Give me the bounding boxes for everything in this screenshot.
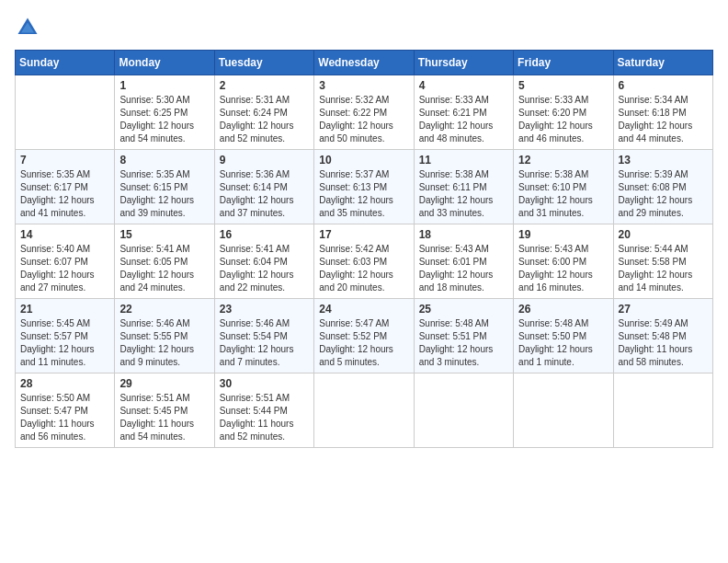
- calendar-cell: 21Sunrise: 5:45 AM Sunset: 5:57 PM Dayli…: [16, 299, 115, 373]
- day-number: 8: [119, 154, 209, 167]
- day-number: 7: [20, 154, 109, 167]
- calendar-cell: 30Sunrise: 5:51 AM Sunset: 5:44 PM Dayli…: [214, 373, 313, 448]
- calendar-cell: 15Sunrise: 5:41 AM Sunset: 6:05 PM Dayli…: [115, 224, 214, 299]
- day-info: Sunrise: 5:37 AM Sunset: 6:13 PM Dayligh…: [319, 168, 408, 220]
- day-info: Sunrise: 5:40 AM Sunset: 6:07 PM Dayligh…: [20, 243, 109, 294]
- day-number: 11: [419, 154, 508, 167]
- calendar-cell: 26Sunrise: 5:48 AM Sunset: 5:50 PM Dayli…: [514, 299, 613, 373]
- calendar-cell: 4Sunrise: 5:33 AM Sunset: 6:21 PM Daylig…: [414, 75, 513, 150]
- day-info: Sunrise: 5:38 AM Sunset: 6:10 PM Dayligh…: [518, 168, 608, 220]
- calendar-cell: 7Sunrise: 5:35 AM Sunset: 6:17 PM Daylig…: [16, 150, 115, 224]
- day-number: 12: [518, 154, 608, 167]
- calendar-cell: 23Sunrise: 5:46 AM Sunset: 5:54 PM Dayli…: [214, 299, 313, 373]
- calendar-cell: 12Sunrise: 5:38 AM Sunset: 6:10 PM Dayli…: [514, 150, 613, 224]
- calendar-cell: 20Sunrise: 5:44 AM Sunset: 5:58 PM Dayli…: [613, 224, 712, 299]
- day-number: 18: [419, 228, 508, 241]
- day-number: 30: [220, 377, 309, 390]
- calendar-cell: 8Sunrise: 5:35 AM Sunset: 6:15 PM Daylig…: [115, 150, 214, 224]
- day-number: 16: [220, 228, 309, 241]
- day-info: Sunrise: 5:30 AM Sunset: 6:25 PM Dayligh…: [119, 94, 209, 145]
- day-number: 9: [220, 154, 309, 167]
- calendar-week-row: 14Sunrise: 5:40 AM Sunset: 6:07 PM Dayli…: [16, 224, 713, 299]
- calendar-cell: [414, 373, 513, 448]
- calendar-week-row: 1Sunrise: 5:30 AM Sunset: 6:25 PM Daylig…: [16, 75, 713, 150]
- calendar-cell: 16Sunrise: 5:41 AM Sunset: 6:04 PM Dayli…: [214, 224, 313, 299]
- day-of-week-header: Thursday: [414, 51, 513, 75]
- day-info: Sunrise: 5:34 AM Sunset: 6:18 PM Dayligh…: [619, 94, 708, 145]
- day-info: Sunrise: 5:36 AM Sunset: 6:14 PM Dayligh…: [220, 168, 309, 220]
- day-info: Sunrise: 5:45 AM Sunset: 5:57 PM Dayligh…: [20, 317, 109, 369]
- day-info: Sunrise: 5:48 AM Sunset: 5:51 PM Dayligh…: [419, 317, 508, 369]
- calendar-table: SundayMondayTuesdayWednesdayThursdayFrid…: [15, 50, 713, 448]
- day-number: 27: [619, 303, 708, 316]
- day-info: Sunrise: 5:35 AM Sunset: 6:15 PM Dayligh…: [119, 168, 209, 220]
- day-info: Sunrise: 5:32 AM Sunset: 6:22 PM Dayligh…: [319, 94, 408, 145]
- calendar-cell: 22Sunrise: 5:46 AM Sunset: 5:55 PM Dayli…: [115, 299, 214, 373]
- calendar-week-row: 28Sunrise: 5:50 AM Sunset: 5:47 PM Dayli…: [16, 373, 713, 448]
- day-info: Sunrise: 5:43 AM Sunset: 6:01 PM Dayligh…: [419, 243, 508, 294]
- day-of-week-header: Tuesday: [214, 51, 313, 75]
- day-number: 2: [220, 79, 309, 92]
- calendar-cell: 10Sunrise: 5:37 AM Sunset: 6:13 PM Dayli…: [314, 150, 414, 224]
- day-number: 24: [319, 303, 408, 316]
- day-info: Sunrise: 5:49 AM Sunset: 5:48 PM Dayligh…: [619, 317, 708, 369]
- calendar-cell: 17Sunrise: 5:42 AM Sunset: 6:03 PM Dayli…: [314, 224, 414, 299]
- day-info: Sunrise: 5:42 AM Sunset: 6:03 PM Dayligh…: [319, 243, 408, 294]
- day-info: Sunrise: 5:33 AM Sunset: 6:20 PM Dayligh…: [518, 94, 608, 145]
- calendar-cell: [514, 373, 613, 448]
- logo-icon: [15, 15, 40, 40]
- calendar-cell: 11Sunrise: 5:38 AM Sunset: 6:11 PM Dayli…: [414, 150, 513, 224]
- calendar-cell: 27Sunrise: 5:49 AM Sunset: 5:48 PM Dayli…: [613, 299, 712, 373]
- calendar-cell: 6Sunrise: 5:34 AM Sunset: 6:18 PM Daylig…: [613, 75, 712, 150]
- day-number: 13: [619, 154, 708, 167]
- day-info: Sunrise: 5:48 AM Sunset: 5:50 PM Dayligh…: [518, 317, 608, 369]
- calendar-cell: 13Sunrise: 5:39 AM Sunset: 6:08 PM Dayli…: [613, 150, 712, 224]
- day-of-week-header: Wednesday: [314, 51, 414, 75]
- calendar-cell: 24Sunrise: 5:47 AM Sunset: 5:52 PM Dayli…: [314, 299, 414, 373]
- day-number: 22: [119, 303, 209, 316]
- calendar-cell: 1Sunrise: 5:30 AM Sunset: 6:25 PM Daylig…: [115, 75, 214, 150]
- calendar-cell: 14Sunrise: 5:40 AM Sunset: 6:07 PM Dayli…: [16, 224, 115, 299]
- day-number: 6: [619, 79, 708, 92]
- calendar-cell: 3Sunrise: 5:32 AM Sunset: 6:22 PM Daylig…: [314, 75, 414, 150]
- day-number: 3: [319, 79, 408, 92]
- day-number: 25: [419, 303, 508, 316]
- day-number: 10: [319, 154, 408, 167]
- day-info: Sunrise: 5:38 AM Sunset: 6:11 PM Dayligh…: [419, 168, 508, 220]
- calendar-week-row: 21Sunrise: 5:45 AM Sunset: 5:57 PM Dayli…: [16, 299, 713, 373]
- day-number: 1: [119, 79, 209, 92]
- calendar-cell: [613, 373, 712, 448]
- calendar-cell: 28Sunrise: 5:50 AM Sunset: 5:47 PM Dayli…: [16, 373, 115, 448]
- day-number: 20: [619, 228, 708, 241]
- day-number: 15: [119, 228, 209, 241]
- day-of-week-header: Sunday: [16, 51, 115, 75]
- day-number: 23: [220, 303, 309, 316]
- calendar-cell: 9Sunrise: 5:36 AM Sunset: 6:14 PM Daylig…: [214, 150, 313, 224]
- calendar-cell: [314, 373, 414, 448]
- calendar-cell: 2Sunrise: 5:31 AM Sunset: 6:24 PM Daylig…: [214, 75, 313, 150]
- day-number: 14: [20, 228, 109, 241]
- day-number: 28: [20, 377, 109, 390]
- day-number: 17: [319, 228, 408, 241]
- day-number: 5: [518, 79, 608, 92]
- day-of-week-header: Friday: [514, 51, 613, 75]
- day-info: Sunrise: 5:35 AM Sunset: 6:17 PM Dayligh…: [20, 168, 109, 220]
- day-info: Sunrise: 5:51 AM Sunset: 5:44 PM Dayligh…: [220, 392, 309, 443]
- day-number: 26: [518, 303, 608, 316]
- day-info: Sunrise: 5:33 AM Sunset: 6:21 PM Dayligh…: [419, 94, 508, 145]
- day-info: Sunrise: 5:41 AM Sunset: 6:05 PM Dayligh…: [119, 243, 209, 294]
- logo: [15, 15, 44, 40]
- day-number: 21: [20, 303, 109, 316]
- day-info: Sunrise: 5:43 AM Sunset: 6:00 PM Dayligh…: [518, 243, 608, 294]
- page-header: [15, 15, 713, 40]
- calendar-header-row: SundayMondayTuesdayWednesdayThursdayFrid…: [16, 51, 713, 75]
- day-info: Sunrise: 5:46 AM Sunset: 5:54 PM Dayligh…: [220, 317, 309, 369]
- day-info: Sunrise: 5:39 AM Sunset: 6:08 PM Dayligh…: [619, 168, 708, 220]
- day-of-week-header: Monday: [115, 51, 214, 75]
- day-of-week-header: Saturday: [613, 51, 712, 75]
- calendar-cell: 18Sunrise: 5:43 AM Sunset: 6:01 PM Dayli…: [414, 224, 513, 299]
- day-info: Sunrise: 5:46 AM Sunset: 5:55 PM Dayligh…: [119, 317, 209, 369]
- calendar-cell: 5Sunrise: 5:33 AM Sunset: 6:20 PM Daylig…: [514, 75, 613, 150]
- day-number: 29: [119, 377, 209, 390]
- day-info: Sunrise: 5:51 AM Sunset: 5:45 PM Dayligh…: [119, 392, 209, 443]
